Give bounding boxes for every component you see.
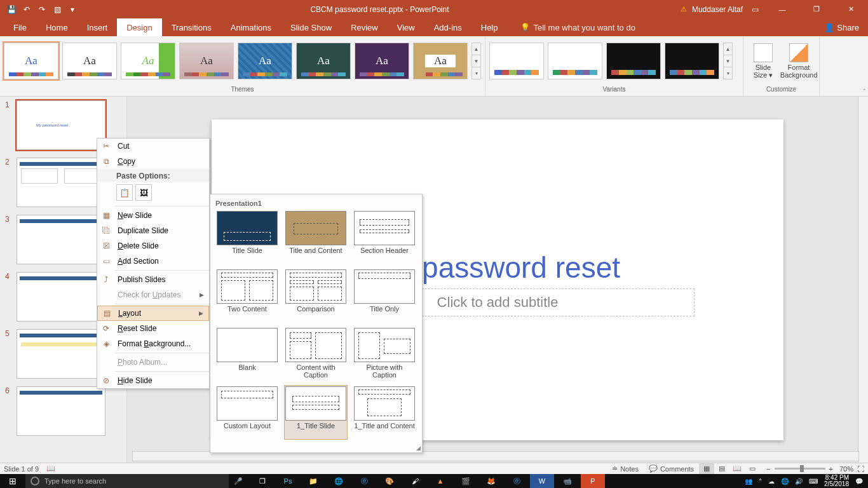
ribbon-options-icon[interactable]: ▭ [748,5,763,14]
filmora-icon[interactable]: 🎬 [454,474,478,488]
theme-4[interactable]: Aa [179,43,234,79]
minimize-button[interactable]: — [768,0,797,18]
ctx-layout[interactable]: ▤Layout▶ [97,306,209,321]
layout-1-title-content[interactable]: 1_Title and Content [353,385,416,440]
notes-button[interactable]: ≐Notes [607,463,644,474]
paste-dest-theme[interactable]: 📋 [116,184,133,201]
ctx-format-background[interactable]: ◈Format Background... [97,336,209,351]
ctx-add-section[interactable]: ▭Add Section [97,254,209,269]
restore-button[interactable]: ❐ [802,0,831,18]
expand-gallery-icon[interactable]: ▾ [724,67,732,79]
tab-view[interactable]: View [388,18,424,36]
layout-blank[interactable]: Blank [215,327,279,381]
redo-icon[interactable]: ↷ [36,3,48,16]
reading-view-icon[interactable]: 📖 [729,463,745,475]
ctx-copy[interactable]: ⧉Copy [97,154,209,169]
zoom-in-button[interactable]: + [829,465,833,473]
scroll-up-icon[interactable]: ▲ [472,43,480,55]
clock[interactable]: 8:42 PM2/5/2018 [824,475,849,487]
tab-animations[interactable]: Animations [221,18,281,36]
save-icon[interactable]: 💾 [5,3,18,16]
theme-office[interactable]: Aa [4,43,58,79]
account-name[interactable]: Muddaser Altaf [692,5,743,14]
explorer-icon[interactable]: 📁 [301,474,325,488]
scroll-down-icon[interactable]: ▼ [472,55,480,67]
network-icon[interactable]: 🌐 [781,478,789,485]
variant-3[interactable] [606,43,661,79]
layout-title-content[interactable]: Title and Content [284,210,348,264]
ctx-cut[interactable]: ✂Cut [97,139,209,154]
variant-2[interactable] [548,43,602,79]
firefox-icon[interactable]: 🦊 [479,474,503,488]
tell-me-search[interactable]: 💡Tell me what you want to do [520,18,635,36]
scroll-up-icon[interactable]: ▲ [724,43,732,55]
zoom-slider[interactable] [775,468,825,470]
layout-section-header[interactable]: Section Header [353,210,416,264]
layout-picture-caption[interactable]: Picture with Caption [353,327,416,381]
variant-1[interactable] [489,43,544,79]
start-from-beginning-icon[interactable]: ▧ [51,3,64,16]
layout-comparison[interactable]: Comparison [284,268,348,323]
tab-slideshow[interactable]: Slide Show [281,18,341,36]
tab-design[interactable]: Design [117,18,161,36]
tab-review[interactable]: Review [341,18,388,36]
photoshop-icon[interactable]: Ps [276,474,300,488]
theme-3[interactable]: Aa [121,43,175,79]
onedrive-icon[interactable]: ☁ [768,478,775,485]
tray-expand-icon[interactable]: ˄ [759,478,762,485]
resize-handle-icon[interactable]: ◢ [416,445,421,451]
word-icon[interactable]: W [530,474,554,488]
vertical-scrollbar[interactable] [858,97,868,463]
layout-title-only[interactable]: Title Only [353,268,416,323]
tab-insert[interactable]: Insert [78,18,118,36]
scroll-down-icon[interactable]: ▼ [724,55,732,67]
paste-picture[interactable]: 🖼 [135,184,152,201]
paint-icon[interactable]: 🖌 [403,474,427,488]
theme-6[interactable]: Aa [296,43,351,79]
tab-addins[interactable]: Add-ins [424,18,471,36]
spellcheck-icon[interactable]: 📖 [46,464,55,473]
slideshow-view-icon[interactable]: ▭ [745,463,760,475]
layout-two-content[interactable]: Two Content [215,268,279,323]
volume-icon[interactable]: 🔊 [795,478,803,485]
chrome-icon[interactable]: 🌐 [327,474,351,488]
layout-custom[interactable]: Custom Layout [215,385,279,440]
vlc-icon[interactable]: ▲ [428,474,452,488]
app-icon[interactable]: 🎨 [377,474,402,488]
collapse-ribbon-icon[interactable]: ˄ [863,88,866,95]
tab-file[interactable]: File [4,18,36,36]
expand-gallery-icon[interactable]: ▾ [472,67,480,79]
ctx-reset-slide[interactable]: ⟳Reset Slide [97,321,209,336]
format-background-button[interactable]: Format Background [783,42,815,80]
variants-gallery-more[interactable]: ▲▼▾ [723,43,733,79]
zoom-out-button[interactable]: − [766,465,770,473]
ctx-duplicate-slide[interactable]: ⿻Duplicate Slide [97,223,209,238]
theme-5[interactable]: Aa [238,43,292,79]
close-button[interactable]: ✕ [836,0,865,18]
tab-help[interactable]: Help [471,18,508,36]
themes-gallery-more[interactable]: ▲▼▾ [471,43,481,79]
start-button[interactable]: ⊞ [0,476,25,486]
tab-transitions[interactable]: Transitions [162,18,221,36]
ie-icon[interactable]: ⓔ [352,474,376,488]
task-view-icon[interactable]: ❐ [250,474,275,488]
share-button[interactable]: 👤Share [815,18,868,36]
keyboard-icon[interactable]: ⌨ [809,478,818,485]
ctx-publish-slides[interactable]: ⤴Publish Slides [97,272,209,287]
normal-view-icon[interactable]: ▦ [699,463,714,475]
zoom-icon[interactable]: 📹 [555,474,580,488]
ctx-hide-slide[interactable]: ⊘Hide Slide [97,373,209,388]
sorter-view-icon[interactable]: ▤ [714,463,729,475]
theme-2[interactable]: Aa [62,43,117,79]
thumbnail-6[interactable]: 6 [0,383,126,440]
slide-size-button[interactable]: Slide Size ▾ [747,42,779,81]
people-icon[interactable]: 👥 [745,478,752,485]
layout-title-slide[interactable]: Title Slide [215,210,279,264]
layout-1-title-slide[interactable]: 1_Title Slide [284,385,348,440]
qat-more-icon[interactable]: ▾ [66,3,79,16]
taskbar-search[interactable]: Type here to search [25,474,229,488]
theme-8[interactable]: Aa [413,43,468,79]
notifications-icon[interactable]: 💬 [855,478,863,485]
comments-button[interactable]: 💬Comments [644,463,699,474]
fit-to-window-icon[interactable]: ⛶ [857,465,864,473]
